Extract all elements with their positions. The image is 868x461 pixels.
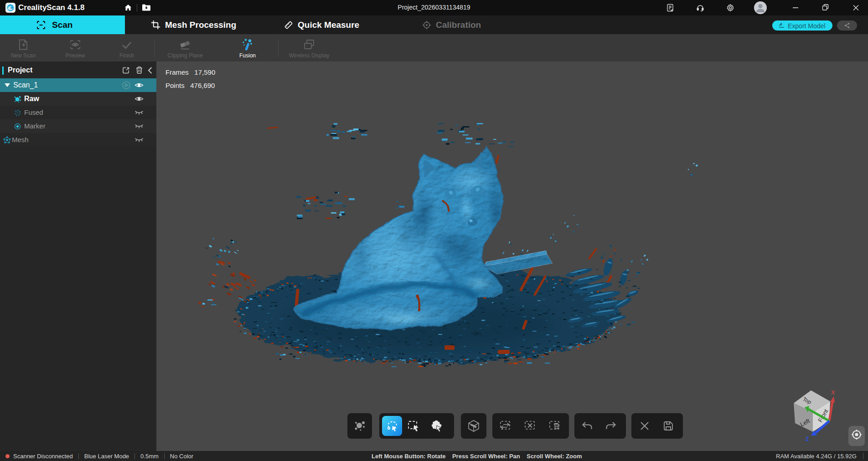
svg-text:X: X (831, 389, 835, 396)
svg-text:Z: Z (806, 436, 809, 442)
